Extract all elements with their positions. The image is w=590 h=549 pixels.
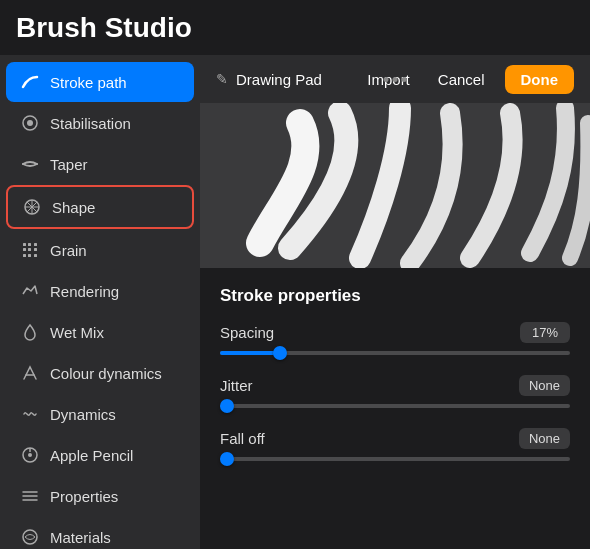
jitter-row: Jitter None bbox=[220, 375, 570, 408]
rendering-icon bbox=[20, 281, 40, 301]
main-layout: Stroke path Stabilisation Taper bbox=[0, 55, 590, 549]
wet-mix-icon bbox=[20, 322, 40, 342]
jitter-label: Jitter bbox=[220, 377, 253, 394]
sidebar-item-stroke-path-label: Stroke path bbox=[50, 74, 127, 91]
sidebar-item-colour-dynamics-label: Colour dynamics bbox=[50, 365, 162, 382]
sidebar-item-taper-label: Taper bbox=[50, 156, 88, 173]
spacing-row: Spacing 17% bbox=[220, 322, 570, 355]
stroke-path-icon bbox=[20, 72, 40, 92]
spacing-value: 17% bbox=[520, 322, 570, 343]
done-button[interactable]: Done bbox=[505, 65, 575, 94]
sidebar-item-shape-label: Shape bbox=[52, 199, 95, 216]
svg-rect-8 bbox=[28, 243, 31, 246]
sidebar-item-rendering-label: Rendering bbox=[50, 283, 119, 300]
svg-rect-14 bbox=[28, 254, 31, 257]
fall-off-row: Fall off None bbox=[220, 428, 570, 461]
fall-off-label: Fall off bbox=[220, 430, 265, 447]
svg-rect-13 bbox=[23, 254, 26, 257]
fall-off-value: None bbox=[519, 428, 570, 449]
panel-top-bar-left: ✎ Drawing Pad bbox=[216, 71, 322, 88]
properties-panel: Stroke properties Spacing 17% Jitter Non… bbox=[200, 268, 590, 549]
sidebar-item-stroke-path[interactable]: Stroke path bbox=[6, 62, 194, 102]
spacing-label: Spacing bbox=[220, 324, 274, 341]
top-bar: Brush Studio bbox=[0, 0, 590, 55]
dot-2 bbox=[393, 77, 398, 82]
jitter-thumb[interactable] bbox=[220, 399, 234, 413]
section-title: Stroke properties bbox=[220, 286, 570, 306]
sidebar-item-colour-dynamics[interactable]: Colour dynamics bbox=[6, 353, 194, 393]
right-panel: ✎ Drawing Pad Import Cancel Done bbox=[200, 55, 590, 549]
drawing-pad-label: Drawing Pad bbox=[236, 71, 322, 88]
sidebar-item-materials-label: Materials bbox=[50, 529, 111, 546]
panel-top-bar: ✎ Drawing Pad Import Cancel Done bbox=[200, 55, 590, 103]
sidebar-item-stabilisation[interactable]: Stabilisation bbox=[6, 103, 194, 143]
sidebar-item-stabilisation-label: Stabilisation bbox=[50, 115, 131, 132]
sidebar-item-grain-label: Grain bbox=[50, 242, 87, 259]
sidebar-item-dynamics[interactable]: Dynamics bbox=[6, 394, 194, 434]
sidebar-item-wet-mix-label: Wet Mix bbox=[50, 324, 104, 341]
spacing-fill bbox=[220, 351, 280, 355]
sidebar-item-grain[interactable]: Grain bbox=[6, 230, 194, 270]
jitter-track[interactable] bbox=[220, 404, 570, 408]
edit-icon: ✎ bbox=[216, 71, 228, 87]
panel-dots bbox=[384, 77, 407, 82]
sidebar-item-apple-pencil-label: Apple Pencil bbox=[50, 447, 133, 464]
sidebar-item-taper[interactable]: Taper bbox=[6, 144, 194, 184]
properties-icon bbox=[20, 486, 40, 506]
svg-rect-7 bbox=[23, 243, 26, 246]
dynamics-icon bbox=[20, 404, 40, 424]
dot-3 bbox=[402, 77, 407, 82]
svg-rect-10 bbox=[23, 248, 26, 251]
fall-off-thumb[interactable] bbox=[220, 452, 234, 466]
svg-rect-11 bbox=[28, 248, 31, 251]
spacing-header: Spacing 17% bbox=[220, 322, 570, 343]
colour-dynamics-icon bbox=[20, 363, 40, 383]
apple-pencil-icon bbox=[20, 445, 40, 465]
sidebar-item-materials[interactable]: Materials bbox=[6, 517, 194, 549]
sidebar: Stroke path Stabilisation Taper bbox=[0, 55, 200, 549]
svg-rect-12 bbox=[34, 248, 37, 251]
svg-point-18 bbox=[28, 453, 32, 457]
taper-icon bbox=[20, 154, 40, 174]
jitter-value: None bbox=[519, 375, 570, 396]
grain-icon bbox=[20, 240, 40, 260]
sidebar-item-dynamics-label: Dynamics bbox=[50, 406, 116, 423]
jitter-header: Jitter None bbox=[220, 375, 570, 396]
svg-point-1 bbox=[27, 120, 33, 126]
spacing-thumb[interactable] bbox=[273, 346, 287, 360]
sidebar-item-rendering[interactable]: Rendering bbox=[6, 271, 194, 311]
sidebar-item-apple-pencil[interactable]: Apple Pencil bbox=[6, 435, 194, 475]
shape-icon bbox=[22, 197, 42, 217]
materials-icon bbox=[20, 527, 40, 547]
spacing-track[interactable] bbox=[220, 351, 570, 355]
sidebar-item-shape[interactable]: Shape bbox=[6, 185, 194, 229]
dot-1 bbox=[384, 77, 389, 82]
sidebar-item-wet-mix[interactable]: Wet Mix bbox=[6, 312, 194, 352]
fall-off-header: Fall off None bbox=[220, 428, 570, 449]
cancel-button[interactable]: Cancel bbox=[430, 67, 493, 92]
app-title: Brush Studio bbox=[16, 12, 193, 44]
stabilisation-icon bbox=[20, 113, 40, 133]
fall-off-track[interactable] bbox=[220, 457, 570, 461]
sidebar-item-properties[interactable]: Properties bbox=[6, 476, 194, 516]
sidebar-item-properties-label: Properties bbox=[50, 488, 118, 505]
svg-rect-15 bbox=[34, 254, 37, 257]
svg-rect-9 bbox=[34, 243, 37, 246]
canvas-area[interactable] bbox=[200, 103, 590, 268]
